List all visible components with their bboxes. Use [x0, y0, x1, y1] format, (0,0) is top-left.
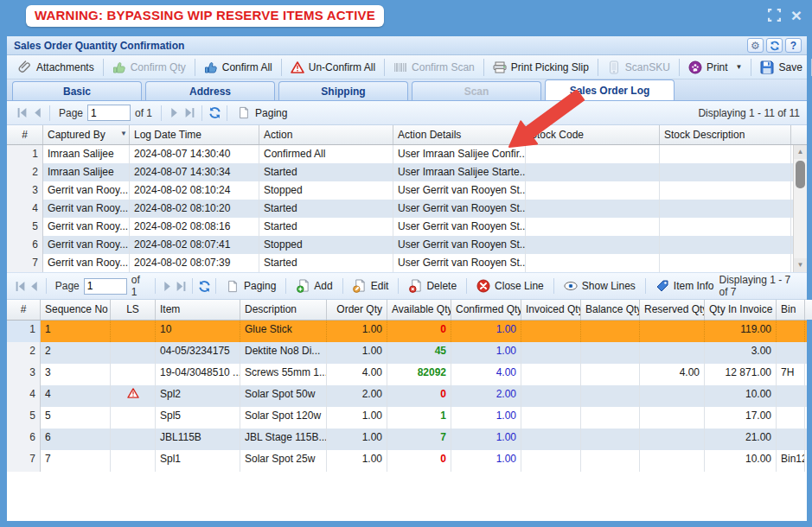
scrollbar-thumb[interactable] [796, 161, 805, 188]
cell-invoiced [521, 342, 581, 364]
print-picking-slip-button[interactable]: Print Picking Slip [487, 58, 595, 77]
cell-stock_desc [660, 218, 791, 236]
table-row[interactable]: 44Spl2Solar Spot 50w2.0002.0010.00 [7, 385, 807, 407]
first-page-icon[interactable] [14, 105, 29, 121]
gear-button[interactable]: ⚙ [747, 38, 764, 53]
scroll-up-icon[interactable]: ▲ [794, 145, 807, 159]
col-balance[interactable]: Balance Qty [581, 300, 640, 320]
table-row[interactable]: 77Spl1Solar Spot 25w1.0001.0010.00Bin123 [7, 450, 807, 472]
col-log_date[interactable]: Log Date Time [130, 125, 259, 144]
help-button[interactable]: ? [785, 38, 802, 53]
col-desc[interactable]: Description [240, 300, 327, 320]
col-invoiced[interactable]: Invoiced Qty [521, 300, 581, 320]
pager-separator [227, 105, 227, 121]
col-num[interactable]: # [7, 300, 41, 320]
page-input[interactable] [84, 278, 127, 295]
next-page-icon[interactable] [160, 278, 174, 294]
item-info-button[interactable]: Item Info [650, 276, 719, 295]
add-button[interactable]: Add [291, 276, 337, 295]
confirm-scan-button: Confirm Scan [387, 58, 481, 77]
cell-log_date: 2024-08-02 08:07:39 [130, 254, 259, 272]
show-lines-button[interactable]: Show Lines [559, 276, 641, 295]
print-button[interactable]: Print▼ [682, 58, 749, 77]
next-page-icon[interactable] [166, 105, 182, 121]
refresh-button[interactable] [766, 38, 783, 53]
col-order[interactable]: Order Qty [327, 300, 387, 320]
cell-captured_by: Gerrit van Rooy... [43, 181, 130, 200]
un-confirm-all-button[interactable]: Un-Confirm All [285, 58, 381, 77]
scroll-down-icon[interactable]: ▼ [794, 258, 807, 272]
last-page-icon[interactable] [174, 278, 188, 294]
first-page-icon[interactable] [14, 278, 28, 294]
close-line-button[interactable]: Close Line [471, 276, 549, 295]
save-button[interactable]: Save [754, 58, 808, 77]
tab-basic[interactable]: Basic [12, 81, 142, 100]
pager-separator [342, 278, 343, 294]
table-row[interactable]: 2Imraan Salijee2024-08-07 14:30:34Starte… [7, 163, 807, 181]
table-row[interactable]: 7Gerrit van Rooy...2024-08-02 08:07:39St… [7, 254, 807, 272]
cell-order: 4.00 [327, 364, 387, 385]
cell-avail: 0 [387, 450, 451, 472]
table-row[interactable]: 5Gerrit van Rooy...2024-08-02 08:08:16St… [7, 218, 807, 236]
col-captured_by[interactable]: Captured By▼ [43, 125, 130, 144]
paging-button[interactable]: Paging [221, 276, 281, 295]
table-row[interactable]: 1Imraan Salijee2024-08-07 14:30:40Confir… [7, 145, 807, 163]
cell-num: 2 [7, 342, 41, 364]
table-row[interactable]: 4Gerrit van Rooy...2024-08-02 08:10:20St… [7, 200, 807, 218]
cell-invoiced [521, 450, 581, 472]
col-avail[interactable]: Available Qty [387, 300, 451, 320]
col-item[interactable]: Item [156, 300, 240, 320]
paging-button[interactable]: Paging [232, 104, 292, 123]
pager-separator [398, 278, 399, 294]
cell-reserved [640, 342, 705, 364]
window-titlebar: WARNING: BYPASSING WIP RESERVE ITEMS ACT… [0, 0, 812, 36]
col-qii[interactable]: Qty In Invoice [705, 300, 777, 320]
page-label: Page [59, 107, 83, 119]
chevron-down-icon: ▼ [736, 63, 743, 71]
cell-seq: 2 [41, 342, 111, 364]
table-row[interactable]: 2204-05/3234175Dektite No8 Di...1.00451.… [7, 342, 807, 364]
table-row[interactable]: 66JBL115BJBL Stage 115B...1.0071.0021.00 [7, 429, 807, 450]
warning-banner: WARNING: BYPASSING WIP RESERVE ITEMS ACT… [26, 5, 384, 27]
cell-balance [581, 321, 640, 342]
column-menu-icon[interactable]: ▼ [120, 130, 127, 137]
refresh-icon[interactable] [207, 105, 222, 121]
last-page-icon[interactable] [182, 105, 197, 121]
col-seq[interactable]: Sequence No [41, 300, 111, 320]
col-action[interactable]: Action [259, 125, 393, 144]
table-row[interactable]: 1110Glue Stick1.0001.00119.00 [7, 321, 807, 342]
delete-button[interactable]: Delete [403, 276, 462, 295]
table-row[interactable]: 55Spl5Solar Spot 120w1.0011.0017.00 [7, 407, 807, 429]
cell-desc: Solar Spot 25w [240, 450, 327, 472]
page-input[interactable] [87, 105, 131, 121]
cell-order: 1.00 [327, 342, 387, 364]
cell-captured_by: Gerrit van Rooy... [43, 218, 130, 236]
col-stock_code[interactable]: Stock Code [526, 125, 660, 144]
col-reserved[interactable]: Reserved Qty [640, 300, 705, 320]
tab-sales-order-log[interactable]: Sales Order Log [545, 79, 675, 100]
edit-icon [353, 279, 367, 293]
attachments-button[interactable]: Attachments [12, 58, 100, 77]
col-num[interactable]: # [7, 125, 43, 144]
cell-stock_code [526, 254, 660, 272]
col-details[interactable]: Action Details [393, 125, 526, 144]
table-row[interactable]: 3319-04/3048510 ...Screws 55mm 1...4.008… [7, 364, 807, 385]
edit-button[interactable]: Edit [348, 276, 394, 295]
prev-page-icon[interactable] [28, 278, 42, 294]
table-row[interactable]: 6Gerrit van Rooy...2024-08-02 08:07:41St… [7, 236, 807, 254]
log-grid-scrollbar[interactable]: ▲ ▼ [793, 145, 807, 272]
show-lines-label: Show Lines [582, 280, 636, 292]
confirm-all-button[interactable]: Confirm All [198, 58, 278, 77]
col-confirmed[interactable]: Confirmed Qty [451, 300, 521, 320]
tab-shipping[interactable]: Shipping [278, 81, 408, 100]
cell-captured_by: Gerrit van Rooy... [43, 236, 130, 254]
tab-address[interactable]: Address [145, 81, 275, 100]
close-window-icon[interactable]: × [791, 10, 802, 22]
col-bin[interactable]: Bin [777, 300, 805, 320]
prev-page-icon[interactable] [29, 105, 45, 121]
refresh-icon[interactable] [197, 278, 211, 294]
col-ls[interactable]: LS [111, 300, 156, 320]
maximize-icon[interactable] [768, 9, 781, 22]
table-row[interactable]: 3Gerrit van Rooy...2024-08-02 08:10:24St… [7, 181, 807, 200]
col-stock_desc[interactable]: Stock Description [660, 125, 791, 144]
